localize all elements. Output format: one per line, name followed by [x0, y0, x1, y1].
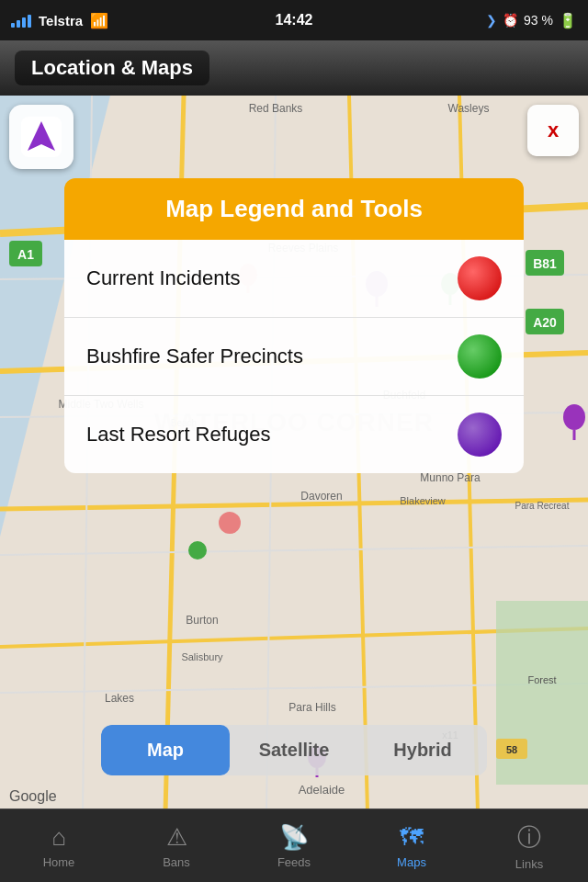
svg-text:Red Banks: Red Banks — [249, 102, 303, 115]
legend-row-precincts[interactable]: Bushfire Safer Precincts — [64, 318, 524, 396]
tab-maps[interactable]: 🗺 Maps — [353, 809, 470, 882]
legend-label-incidents: Current Incidents — [86, 266, 241, 290]
wifi-icon: 📶 — [90, 12, 108, 29]
svg-text:Para Hills: Para Hills — [288, 701, 335, 714]
status-left: Telstra 📶 — [11, 12, 108, 29]
battery-label: 93 % — [524, 13, 553, 28]
tab-bar: ⌂ Home ⚠ Bans 📡 Feeds 🗺 Maps ⓘ Links — [0, 808, 588, 882]
svg-text:Davoren: Davoren — [300, 490, 342, 503]
map-type-switcher: Map Satellite Hybrid — [101, 725, 487, 775]
warning-icon: ⚠ — [166, 823, 187, 852]
feeds-icon: 📡 — [279, 823, 309, 852]
legend-panel: Map Legend and Tools Current Incidents B… — [64, 178, 524, 473]
status-right: ❯ ⏰ 93 % 🔋 — [486, 12, 577, 29]
legend-title: Map Legend and Tools — [165, 195, 423, 222]
page-title: Location & Maps — [15, 51, 209, 85]
battery-icon: 🔋 — [559, 12, 577, 29]
signal-bar-1 — [11, 23, 15, 28]
google-label: Google — [9, 788, 57, 805]
legend-label-refuges: Last Resort Refuges — [86, 423, 271, 447]
tab-maps-label: Maps — [397, 855, 426, 869]
svg-text:Munno Para: Munno Para — [420, 471, 481, 484]
svg-point-49 — [219, 512, 241, 534]
location-arrow-icon — [24, 119, 59, 154]
tab-home-label: Home — [43, 855, 75, 869]
legend-row-refuges[interactable]: Last Resort Refuges — [64, 396, 524, 473]
svg-text:Wasleys: Wasleys — [448, 102, 490, 115]
location-button[interactable] — [9, 105, 74, 169]
tab-home[interactable]: ⌂ Home — [0, 809, 118, 882]
tab-links-label: Links — [515, 857, 543, 871]
location-icon: ❯ — [486, 13, 497, 28]
map-type-hybrid-button[interactable]: Hybrid — [358, 725, 487, 775]
svg-text:Burton: Burton — [186, 614, 218, 627]
signal-bars — [11, 13, 31, 28]
status-bar: Telstra 📶 14:42 ❯ ⏰ 93 % 🔋 — [0, 0, 588, 40]
info-icon: ⓘ — [517, 821, 541, 854]
svg-point-50 — [188, 541, 207, 560]
legend-label-precincts: Bushfire Safer Precincts — [86, 345, 303, 368]
maps-icon: 🗺 — [400, 823, 424, 852]
map-type-satellite-button[interactable]: Satellite — [230, 725, 358, 775]
time-label: 14:42 — [276, 12, 313, 28]
clock-icon: ⏰ — [503, 13, 518, 28]
close-button[interactable]: x — [527, 105, 579, 156]
signal-bar-3 — [22, 17, 26, 28]
svg-text:Salisbury: Salisbury — [181, 651, 223, 662]
tab-links[interactable]: ⓘ Links — [470, 809, 588, 882]
tab-feeds[interactable]: 📡 Feeds — [235, 809, 353, 882]
tab-bans-label: Bans — [163, 855, 190, 869]
svg-text:Lakes: Lakes — [105, 692, 134, 705]
home-icon: ⌂ — [51, 823, 66, 852]
carrier-label: Telstra — [39, 13, 83, 28]
signal-bar-4 — [28, 15, 31, 28]
svg-text:B81: B81 — [533, 256, 557, 271]
svg-text:A1: A1 — [17, 247, 34, 262]
nav-bar: Location & Maps — [0, 40, 588, 96]
dot-green — [458, 334, 502, 379]
tab-bans[interactable]: ⚠ Bans — [118, 809, 235, 882]
svg-text:A20: A20 — [533, 315, 557, 330]
legend-row-incidents[interactable]: Current Incidents — [64, 240, 524, 318]
map-area[interactable]: A1 B81 A20 Forest Korunye Reeves Plains … — [0, 96, 588, 812]
svg-text:Blakeview: Blakeview — [400, 495, 446, 506]
dot-red — [458, 256, 502, 300]
svg-point-51 — [563, 404, 585, 430]
tab-feeds-label: Feeds — [277, 855, 311, 869]
svg-text:Adelaide: Adelaide — [299, 783, 345, 797]
legend-header: Map Legend and Tools — [64, 178, 524, 240]
svg-text:58: 58 — [506, 744, 517, 755]
svg-text:Forest: Forest — [527, 674, 556, 685]
svg-text:Para Recreat: Para Recreat — [515, 501, 570, 511]
signal-bar-2 — [17, 20, 20, 28]
map-type-map-button[interactable]: Map — [101, 725, 230, 775]
svg-marker-55 — [28, 121, 55, 151]
dot-purple — [458, 413, 502, 457]
